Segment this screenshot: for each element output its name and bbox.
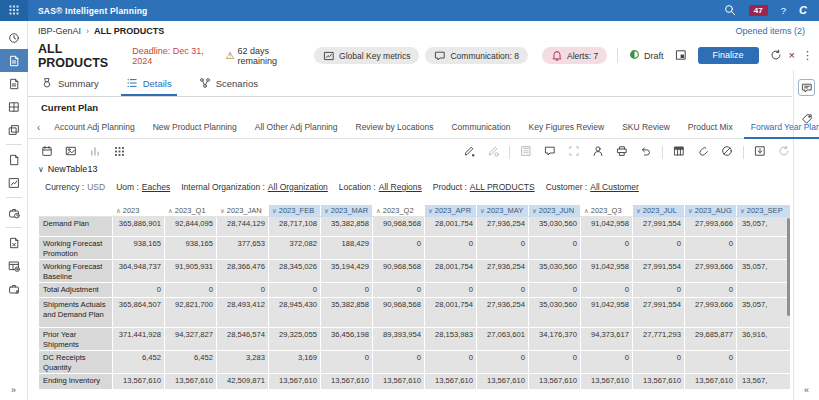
cell-demand-plan-2023-sep[interactable]: 35,057, <box>737 217 791 237</box>
cell-demand-plan-2023-aug[interactable]: 27,993,666 <box>685 217 737 237</box>
cell-ending-inventory-2023-jan[interactable]: 42,509,871 <box>217 373 269 389</box>
cell-working-forecast-baseline-2023-jun[interactable]: 35,030,560 <box>529 260 581 283</box>
subtab-key-figures-review[interactable]: Key Figures Review <box>520 116 614 138</box>
cell-demand-plan-2023-feb[interactable]: 28,717,108 <box>269 217 321 237</box>
pill-communication-8[interactable]: Communication: 8 <box>425 47 528 64</box>
cell-ending-inventory-2023-sep[interactable]: 13,567, <box>737 373 791 389</box>
cell-total-adjustment-2023-jan[interactable]: 0 <box>217 283 269 298</box>
subtab-all-other-adj-planning[interactable]: All Other Adj Planning <box>246 116 347 138</box>
cell-working-forecast-promotion-2023-sep[interactable] <box>737 237 791 260</box>
cell-ending-inventory-2023-jul[interactable]: 13,567,610 <box>633 373 685 389</box>
subtab-account-adj-planning[interactable]: Account Adj Planning <box>45 116 143 138</box>
cell-working-forecast-promotion-2023-aug[interactable]: 0 <box>685 237 737 260</box>
cell-working-forecast-baseline-2023-may[interactable]: 27,936,254 <box>477 260 529 283</box>
table-disclosure[interactable]: ∨ NewTable13 <box>38 164 97 174</box>
cell-total-adjustment-2023-feb[interactable]: 0 <box>269 283 321 298</box>
cell-prior-year-shipments-2023-q3[interactable]: 94,373,617 <box>581 328 633 351</box>
toolbar-no-entry-button[interactable] <box>721 145 733 159</box>
column-header-2023[interactable]: ∧2023 <box>113 205 165 217</box>
cell-demand-plan-2023-q3[interactable]: 91,042,958 <box>581 217 633 237</box>
cell-shipments-actuals-and-demand-plan-2023-jul[interactable]: 27,991,554 <box>633 298 685 328</box>
breadcrumb-app[interactable]: IBP-GenAI <box>38 26 81 36</box>
cell-dc-receipts-quantity-2023-q1[interactable]: 6,452 <box>165 351 217 374</box>
cell-demand-plan-2023-apr[interactable]: 28,001,754 <box>425 217 477 237</box>
cell-shipments-actuals-and-demand-plan-2023-jun[interactable]: 35,030,560 <box>529 298 581 328</box>
cell-ending-inventory-2023-mar[interactable]: 13,567,610 <box>321 373 373 389</box>
cell-prior-year-shipments-2023-q1[interactable]: 94,327,827 <box>165 328 217 351</box>
cell-total-adjustment-2023-sep[interactable] <box>737 283 791 298</box>
column-header-2023-q1[interactable]: ∧2023_Q1 <box>165 205 217 217</box>
sidebar-item-briefcase-export[interactable] <box>0 277 28 300</box>
toolbar-person-button[interactable] <box>592 145 604 159</box>
cell-demand-plan-2023-jan[interactable]: 28,744,129 <box>217 217 269 237</box>
filter-value[interactable]: Eaches <box>142 182 170 192</box>
filter-value[interactable]: All Customer <box>590 182 639 192</box>
cell-working-forecast-promotion-2023-q3[interactable]: 0 <box>581 237 633 260</box>
cell-prior-year-shipments-2023-feb[interactable]: 29,325,055 <box>269 328 321 351</box>
column-header-2023-mar[interactable]: ∨2023_MAR <box>321 205 373 217</box>
cell-working-forecast-baseline-2023-q2[interactable]: 90,968,568 <box>373 260 425 283</box>
cell-working-forecast-baseline-2023-q1[interactable]: 91,905,931 <box>165 260 217 283</box>
subtab-sku-review[interactable]: SKU Review <box>613 116 679 138</box>
subtab-scroll-left[interactable]: ‹ <box>32 122 45 133</box>
column-header-2023-q2[interactable]: ∧2023_Q2 <box>373 205 425 217</box>
cell-working-forecast-promotion-2023-q2[interactable]: 0 <box>373 237 425 260</box>
cell-dc-receipts-quantity-2023-may[interactable]: 0 <box>477 351 529 374</box>
refresh-button[interactable] <box>770 49 782 63</box>
sidebar-item-history[interactable] <box>0 26 28 49</box>
expand-sidebar-icon[interactable]: » <box>11 385 16 395</box>
toolbar-table-button[interactable] <box>673 145 685 159</box>
cell-shipments-actuals-and-demand-plan-2023-mar[interactable]: 35,382,858 <box>321 298 373 328</box>
close-icon[interactable]: × <box>789 50 795 61</box>
toolbar-edit-button[interactable] <box>463 145 475 159</box>
cell-dc-receipts-quantity-2023-apr[interactable]: 0 <box>425 351 477 374</box>
cell-working-forecast-promotion-2023-jan[interactable]: 377,653 <box>217 237 269 260</box>
cell-ending-inventory-2023-q2[interactable]: 13,567,610 <box>373 373 425 389</box>
cell-dc-receipts-quantity-2023-feb[interactable]: 3,169 <box>269 351 321 374</box>
cell-working-forecast-baseline-2023-mar[interactable]: 35,194,429 <box>321 260 373 283</box>
cell-working-forecast-promotion-2023[interactable]: 938,165 <box>113 237 165 260</box>
cell-demand-plan-2023-jun[interactable]: 35,030,560 <box>529 217 581 237</box>
cell-dc-receipts-quantity-2023[interactable]: 6,452 <box>113 351 165 374</box>
column-header-2023-feb[interactable]: ∨2023_FEB <box>269 205 321 217</box>
sidebar-item-grid[interactable] <box>0 95 28 118</box>
search-button[interactable] <box>724 4 736 18</box>
cell-total-adjustment-2023-aug[interactable]: 0 <box>685 283 737 298</box>
toolbar-expand-button[interactable] <box>568 145 580 159</box>
cell-working-forecast-baseline-2023-aug[interactable]: 27,993,666 <box>685 260 737 283</box>
cell-working-forecast-promotion-2023-mar[interactable]: 188,429 <box>321 237 373 260</box>
cell-working-forecast-promotion-2023-may[interactable]: 0 <box>477 237 529 260</box>
cell-dc-receipts-quantity-2023-jun[interactable]: 0 <box>529 351 581 374</box>
snapshot-button[interactable] <box>675 49 687 63</box>
cell-prior-year-shipments-2023-jan[interactable]: 28,546,574 <box>217 328 269 351</box>
column-header-2023-sep[interactable]: ∨2023_SEP <box>737 205 791 217</box>
column-header-2023-jul[interactable]: ∨2023_JUL <box>633 205 685 217</box>
sidebar-item-copy[interactable] <box>0 118 28 141</box>
cell-total-adjustment-2023-q1[interactable]: 0 <box>165 283 217 298</box>
cell-working-forecast-promotion-2023-q1[interactable]: 938,165 <box>165 237 217 260</box>
cell-dc-receipts-quantity-2023-aug[interactable]: 0 <box>685 351 737 374</box>
cell-shipments-actuals-and-demand-plan-2023-feb[interactable]: 28,945,430 <box>269 298 321 328</box>
cell-shipments-actuals-and-demand-plan-2023[interactable]: 365,864,507 <box>113 298 165 328</box>
subtab-product-mix[interactable]: Product Mix <box>679 116 742 138</box>
pill-global-key-metrics[interactable]: Global Key metrics <box>314 47 419 64</box>
cell-ending-inventory-2023-feb[interactable]: 13,567,610 <box>269 373 321 389</box>
cell-total-adjustment-2023-q2[interactable]: 0 <box>373 283 425 298</box>
sidebar-item-document-remove[interactable] <box>0 231 28 254</box>
filter-value[interactable]: All Organization <box>268 182 328 192</box>
cell-working-forecast-baseline-2023-sep[interactable]: 35,057, <box>737 260 791 283</box>
cell-working-forecast-promotion-2023-feb[interactable]: 372,082 <box>269 237 321 260</box>
opened-items-link[interactable]: Opened items (2) <box>735 26 805 36</box>
cell-dc-receipts-quantity-2023-jan[interactable]: 3,283 <box>217 351 269 374</box>
toolbar-refresh-button[interactable] <box>778 145 790 159</box>
cell-shipments-actuals-and-demand-plan-2023-apr[interactable]: 28,001,754 <box>425 298 477 328</box>
cell-working-forecast-promotion-2023-apr[interactable]: 0 <box>425 237 477 260</box>
cell-demand-plan-2023-q2[interactable]: 90,968,568 <box>373 217 425 237</box>
sidebar-item-blank-document[interactable] <box>0 148 28 171</box>
subtab-communication[interactable]: Communication <box>442 116 519 138</box>
column-header-2023-may[interactable]: ∨2023_MAY <box>477 205 529 217</box>
subtab-forward-year-planning[interactable]: Forward Year Planning <box>742 116 819 138</box>
cell-prior-year-shipments-2023-q2[interactable]: 89,393,954 <box>373 328 425 351</box>
toolbar-calculator-button[interactable] <box>520 145 532 159</box>
avatar[interactable]: C <box>799 5 807 16</box>
